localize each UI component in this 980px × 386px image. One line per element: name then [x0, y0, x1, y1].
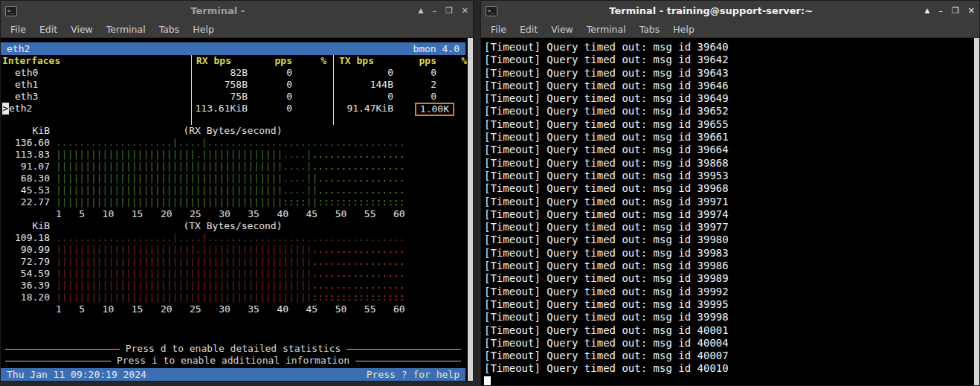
bmon-output: eth2 bmon 4.0 Interfaces RX bps pps % TX… [1, 38, 473, 381]
left-terminal-window: >_ Terminal - ▲ – ❒ ✕ File Edit View Ter… [0, 0, 474, 382]
right-titlebar[interactable]: >_ Terminal - training@support-server:~ … [481, 1, 979, 21]
close-button[interactable]: ✕ [462, 7, 468, 15]
log-output: [Timeout] Query timed out: msg id 39640[… [481, 38, 979, 385]
help-line-detailed-text: Press d to enable detailed statistics [120, 343, 347, 355]
graph-x-axis: 1 5 10 15 20 25 30 35 40 45 50 55 60 [56, 303, 405, 315]
log-line: [Timeout] Query timed out: msg id 39652 [484, 105, 972, 118]
graph-data-line: ....................|....|..............… [56, 137, 405, 149]
selection-cursor: > [2, 103, 9, 115]
tx-pps-highlight-box: 1.00K [415, 103, 454, 116]
header-rx-pct: % [292, 55, 331, 67]
header-tx-pct: % [436, 55, 470, 67]
close-button[interactable]: ✕ [968, 7, 975, 15]
shade-button[interactable]: ▲ [418, 7, 423, 14]
log-line: [Timeout] Query timed out: msg id 39986 [484, 260, 972, 272]
log-line: [Timeout] Query timed out: msg id 39995 [484, 298, 972, 311]
graph-y-tick: 54.59 [1, 268, 50, 280]
graph-y-tick: 91.07 [1, 161, 50, 173]
help-line-additional-text: Press i to enable additional information [111, 355, 355, 367]
graph-title: (TX Bytes/second) [56, 220, 410, 232]
left-scrollbar[interactable] [468, 38, 473, 381]
minimize-button[interactable]: – [432, 7, 436, 15]
graph-data-line: |||||||||||||||||||||||||||||||||||||||.… [56, 161, 405, 173]
menu-tabs[interactable]: Tabs [152, 22, 187, 36]
graph-y-tick: 36.39 [1, 280, 50, 292]
left-titlebar[interactable]: >_ Terminal - ▲ – ❒ ✕ [1, 1, 473, 21]
graph-y-tick: 18.20 [1, 292, 50, 303]
right-scrollbar[interactable] [974, 38, 979, 385]
graph-data-line: |||||||||||||||||||||||||||||||||||||||.… [56, 184, 405, 196]
menu-terminal[interactable]: Terminal [580, 22, 633, 36]
log-line: [Timeout] Query timed out: msg id 39989 [484, 272, 972, 285]
menu-edit[interactable]: Edit [513, 22, 544, 36]
graph-rx: KiB(RX Bytes/second)136.60..............… [1, 125, 465, 220]
graph-title: (RX Bytes/second) [56, 125, 410, 137]
log-lines: [Timeout] Query timed out: msg id 39640[… [484, 41, 972, 376]
header-tx-bps: TX bps [334, 55, 393, 67]
graph-data-line: ||||||||||||||||||||||||||||||||||||||||… [56, 268, 405, 280]
shade-button[interactable]: ▲ [924, 7, 929, 14]
terminal-app-icon: >_ [486, 6, 497, 16]
log-line: [Timeout] Query timed out: msg id 40004 [484, 337, 972, 350]
graph-unit: KiB [1, 220, 50, 232]
iface-row-eth2: >eth2113.61KiB091.47KiB1.00K [1, 103, 465, 115]
menu-help[interactable]: Help [666, 22, 701, 36]
log-line: [Timeout] Query timed out: msg id 39953 [484, 170, 972, 182]
graph-x-axis: 1 5 10 15 20 25 30 35 40 45 50 55 60 [56, 208, 405, 220]
menu-help[interactable]: Help [186, 22, 221, 36]
header-rx-bps: RX bps [191, 55, 248, 67]
right-menubar: File Edit View Terminal Tabs Help [481, 21, 979, 38]
menu-tabs[interactable]: Tabs [633, 22, 667, 36]
graph-data-line: ||||||||||||||||||||||||.|||||||||||||||… [56, 244, 405, 256]
log-line: [Timeout] Query timed out: msg id 39983 [484, 247, 972, 260]
table-blank-row [1, 115, 465, 125]
help-hint: Press ? for help [367, 369, 460, 381]
log-line: [Timeout] Query timed out: msg id 40010 [484, 362, 972, 375]
help-line-additional: Press i to enable additional information [5, 355, 461, 367]
menu-terminal[interactable]: Terminal [100, 22, 152, 36]
graph-data-line: ||||||||||||||||||||||||||||||||||||||||… [56, 280, 405, 292]
log-line: [Timeout] Query timed out: msg id 39664 [484, 144, 972, 156]
maximize-button[interactable]: ❒ [952, 7, 959, 15]
table-divider-2 [333, 55, 334, 125]
right-terminal-window: >_ Terminal - training@support-server:~ … [480, 0, 980, 386]
spacer [1, 315, 465, 343]
graph-y-tick: 22.77 [1, 196, 50, 208]
menu-view[interactable]: View [64, 22, 100, 36]
iface-row-eth1: eth1758B0144B2 [1, 79, 465, 91]
table-divider-1 [191, 55, 192, 125]
log-line: [Timeout] Query timed out: msg id 39977 [484, 221, 972, 234]
graph-y-tick: 136.60 [1, 137, 50, 149]
bmon-selected-interface: eth2 [7, 42, 30, 55]
header-interfaces: Interfaces [1, 55, 191, 67]
graph-y-tick: 45.53 [1, 184, 50, 196]
header-tx-pps: pps [393, 55, 436, 67]
terminal-cursor [484, 376, 491, 385]
menu-file[interactable]: File [4, 22, 33, 36]
graph-y-tick: 90.99 [1, 244, 50, 256]
menu-file[interactable]: File [484, 22, 513, 36]
header-rx-pps: pps [248, 55, 292, 67]
iface-rows: eth082B000eth1758B0144B2eth375B000>eth21… [1, 67, 465, 115]
graph-data-line: |||||||||||||||||||||||||||||||||||||||.… [56, 173, 405, 184]
clock-text: Thu Jan 11 09:20:19 2024 [7, 369, 146, 381]
graph-data-line: ||||||||||||||||||||||||.||||||||||||||.… [56, 149, 405, 161]
desktop: >_ Terminal - ▲ – ❒ ✕ File Edit View Ter… [0, 0, 980, 386]
interface-table: Interfaces RX bps pps % TX bps pps % eth… [1, 55, 465, 125]
maximize-button[interactable]: ❒ [445, 7, 453, 15]
left-window-title: Terminal - [17, 5, 418, 16]
log-line: [Timeout] Query timed out: msg id 39661 [484, 131, 972, 144]
bmon-statusbar: Thu Jan 11 09:20:19 2024 Press ? for hel… [1, 368, 465, 381]
iface-row-eth0: eth082B000 [1, 67, 465, 79]
graph-y-tick: 68.30 [1, 173, 50, 184]
log-line: [Timeout] Query timed out: msg id 39646 [484, 80, 972, 92]
menu-edit[interactable]: Edit [33, 22, 64, 36]
log-line: [Timeout] Query timed out: msg id 39968 [484, 182, 972, 195]
iface-row-eth3: eth375B000 [1, 91, 465, 103]
log-line: [Timeout] Query timed out: msg id 39640 [484, 41, 972, 54]
minimize-button[interactable]: – [938, 7, 943, 15]
log-line: [Timeout] Query timed out: msg id 39980 [484, 234, 972, 246]
graph-y-tick: 72.79 [1, 256, 50, 268]
menu-view[interactable]: View [544, 22, 580, 36]
log-line: [Timeout] Query timed out: msg id 39998 [484, 311, 972, 324]
